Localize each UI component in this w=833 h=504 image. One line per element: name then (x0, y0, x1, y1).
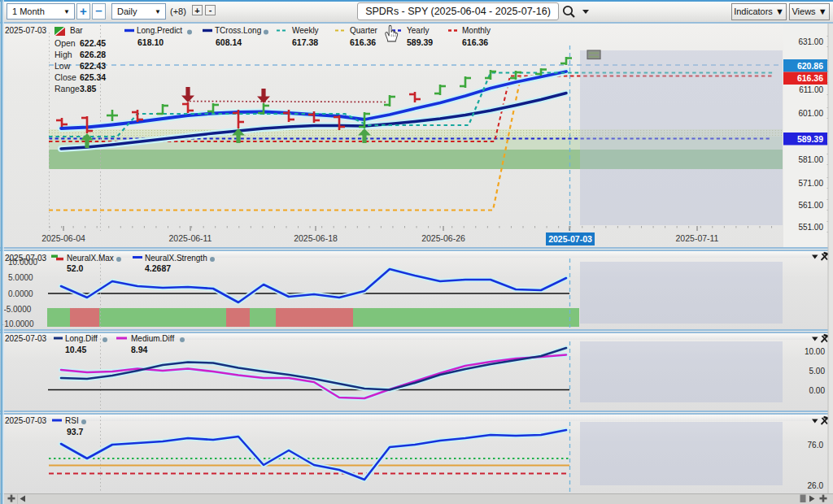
svg-text:Yearly: Yearly (407, 26, 429, 35)
svg-text:589.39: 589.39 (797, 134, 823, 144)
svg-text:625.34: 625.34 (80, 72, 106, 82)
svg-text:5.0000: 5.0000 (8, 273, 33, 282)
svg-text:5.00: 5.00 (809, 367, 826, 376)
svg-text:581.00: 581.00 (798, 155, 823, 164)
svg-text:571.00: 571.00 (798, 179, 823, 188)
svg-text:-10.0000: -10.0000 (2, 319, 34, 328)
svg-text:52.0: 52.0 (67, 263, 84, 273)
svg-text:Open: Open (55, 38, 76, 48)
svg-text:10.0000: 10.0000 (8, 258, 38, 267)
svg-text:0.0000: 0.0000 (8, 289, 33, 298)
svg-text:93.7: 93.7 (67, 427, 84, 437)
svg-text:601.00: 601.00 (798, 109, 823, 118)
svg-text:Medium.Diff: Medium.Diff (131, 334, 174, 343)
svg-text:2025-06-11: 2025-06-11 (169, 233, 212, 243)
svg-text:Monthly: Monthly (462, 26, 491, 35)
svg-text:3.85: 3.85 (80, 84, 97, 93)
svg-text:Long.Predict: Long.Predict (137, 26, 182, 35)
svg-text:620.86: 620.86 (797, 61, 823, 71)
svg-text:Weekly: Weekly (292, 26, 319, 35)
svg-text:0.00: 0.00 (809, 386, 826, 395)
svg-text:2025-07-11: 2025-07-11 (676, 233, 719, 243)
svg-text:Range: Range (55, 84, 80, 93)
svg-text:2025-07-03: 2025-07-03 (5, 26, 47, 35)
svg-text:2025-07-03: 2025-07-03 (5, 416, 47, 425)
svg-text:2025-07-03: 2025-07-03 (5, 334, 47, 343)
svg-text:2025-06-26: 2025-06-26 (421, 233, 465, 243)
svg-text:616.36: 616.36 (797, 73, 823, 83)
svg-text:626.28: 626.28 (80, 50, 106, 59)
svg-text:NeuralX.Strength: NeuralX.Strength (145, 254, 207, 263)
svg-text:2025-06-18: 2025-06-18 (294, 233, 338, 243)
svg-text:2025-07-03: 2025-07-03 (548, 234, 592, 244)
svg-text:Low: Low (55, 61, 71, 71)
svg-text:NeuralX.Max: NeuralX.Max (67, 254, 114, 263)
svg-text:622.45: 622.45 (80, 38, 106, 48)
svg-text:622.43: 622.43 (80, 61, 106, 71)
svg-text:Close: Close (55, 72, 76, 82)
svg-text:8.94: 8.94 (131, 345, 148, 354)
svg-text:608.14: 608.14 (216, 37, 242, 47)
svg-text:TCross.Long: TCross.Long (215, 26, 261, 35)
svg-text:561.00: 561.00 (798, 201, 823, 210)
svg-text:26.0: 26.0 (808, 481, 824, 490)
svg-text:631.00: 631.00 (798, 37, 823, 46)
svg-text:618.10: 618.10 (137, 37, 164, 47)
svg-text:2025-06-04: 2025-06-04 (41, 233, 85, 243)
svg-text:Long.Diff: Long.Diff (65, 334, 98, 343)
svg-text:551.00: 551.00 (798, 223, 823, 232)
svg-text:10.00: 10.00 (805, 347, 825, 356)
svg-text:617.38: 617.38 (292, 37, 318, 47)
svg-text:-5.0000: -5.0000 (3, 305, 31, 314)
svg-text:616.36: 616.36 (462, 37, 488, 47)
svg-text:Bar: Bar (70, 26, 83, 35)
svg-text:Quarter: Quarter (350, 26, 378, 35)
svg-text:High: High (55, 50, 72, 59)
svg-text:611.00: 611.00 (799, 85, 823, 94)
svg-text:4.2687: 4.2687 (145, 263, 171, 273)
svg-text:10.45: 10.45 (65, 345, 86, 354)
svg-text:RSI: RSI (65, 416, 79, 425)
svg-text:589.39: 589.39 (407, 37, 433, 47)
svg-text:616.36: 616.36 (350, 37, 376, 47)
svg-text:76.0: 76.0 (808, 441, 824, 450)
